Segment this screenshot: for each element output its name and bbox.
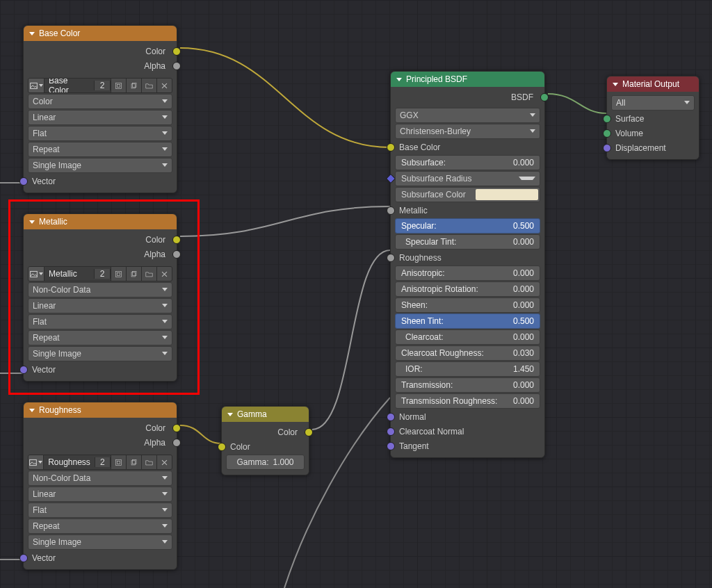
user-count[interactable]: 2 xyxy=(94,81,111,90)
projection-combo[interactable]: Flat xyxy=(28,503,172,518)
sss-method-combo[interactable]: Christensen-Burley xyxy=(395,124,540,139)
subsurface-radius-combo[interactable]: Subsurface Radius xyxy=(395,171,540,186)
image-name[interactable]: Metallic xyxy=(44,269,94,279)
specular-value[interactable]: Specular: 0.500 xyxy=(395,218,540,234)
collapse-triangle-icon[interactable] xyxy=(227,413,233,416)
gamma-value[interactable]: 1.000 xyxy=(273,457,293,467)
socket-color[interactable] xyxy=(172,424,181,432)
socket-metallic[interactable] xyxy=(387,206,395,215)
node-header[interactable]: Roughness xyxy=(24,402,177,418)
subsurface-color-swatch[interactable]: Subsurface Color xyxy=(395,187,540,202)
extension-combo[interactable]: Repeat xyxy=(28,330,172,345)
socket-vector[interactable] xyxy=(19,366,28,374)
socket-vector[interactable] xyxy=(19,554,28,562)
fake-user-F-icon[interactable] xyxy=(111,267,126,281)
interpolation-combo[interactable]: Linear xyxy=(28,298,172,313)
node-gamma[interactable]: Gamma Color Color Gamma: 1.000 xyxy=(221,406,309,475)
open-image-folder-icon[interactable] xyxy=(141,267,156,281)
user-count[interactable]: 2 xyxy=(94,269,111,279)
extension-combo[interactable]: Repeat xyxy=(28,518,172,534)
socket-clearcoat-normal[interactable] xyxy=(387,427,395,436)
node-header[interactable]: Metallic xyxy=(24,214,177,229)
sheen-tint-value[interactable]: Sheen Tint: 0.500 xyxy=(395,313,540,329)
collapse-triangle-icon[interactable] xyxy=(396,78,402,81)
collapse-triangle-icon[interactable] xyxy=(29,220,35,224)
transmission-value[interactable]: Transmission: 0.000 xyxy=(395,377,540,393)
specular-tint-value[interactable]: Specular Tint: 0.000 xyxy=(395,234,540,250)
collapse-triangle-icon[interactable] xyxy=(29,32,35,35)
unlink-x-icon[interactable] xyxy=(156,267,172,281)
output-target-combo[interactable]: All xyxy=(611,95,695,111)
socket-color[interactable] xyxy=(172,47,181,56)
image-name[interactable]: Roughness xyxy=(44,457,95,467)
socket-normal[interactable] xyxy=(387,413,395,421)
socket-alpha[interactable] xyxy=(172,62,181,70)
output-color: Color xyxy=(222,425,309,439)
collapse-triangle-icon[interactable] xyxy=(613,83,618,86)
source-combo[interactable]: Single Image xyxy=(28,346,172,361)
node-header[interactable]: Gamma xyxy=(222,407,309,422)
sheen-value[interactable]: Sheen: 0.000 xyxy=(395,297,540,313)
socket-alpha[interactable] xyxy=(172,439,181,447)
color-space-combo[interactable]: Non-Color Data xyxy=(28,471,172,486)
color-space-combo[interactable]: Non-Color Data xyxy=(28,282,172,297)
image-datablock-selector[interactable]: Metallic 2 xyxy=(28,266,172,281)
input-color: Color xyxy=(222,439,309,454)
input-tangent: Tangent xyxy=(391,439,544,453)
open-image-folder-icon[interactable] xyxy=(141,79,156,92)
image-icon[interactable] xyxy=(29,455,44,469)
node-header[interactable]: Base Color xyxy=(24,26,177,41)
clearcoat-roughness-value[interactable]: Clearcoat Roughness: 0.030 xyxy=(395,345,540,361)
source-combo[interactable]: Single Image xyxy=(28,158,172,173)
node-material-output[interactable]: Material Output All Surface Volume Displ… xyxy=(606,76,699,160)
open-image-folder-icon[interactable] xyxy=(141,455,156,469)
socket-alpha[interactable] xyxy=(172,250,181,259)
collapse-triangle-icon[interactable] xyxy=(29,409,35,412)
socket-displacement[interactable] xyxy=(603,144,611,152)
clearcoat-value[interactable]: Clearcoat: 0.000 xyxy=(395,329,540,345)
node-header[interactable]: Material Output xyxy=(607,76,699,92)
projection-combo[interactable]: Flat xyxy=(28,314,172,329)
socket-color[interactable] xyxy=(305,428,313,436)
unlink-x-icon[interactable] xyxy=(156,79,172,92)
image-icon[interactable] xyxy=(29,267,44,281)
input-volume: Volume xyxy=(607,126,699,140)
socket-roughness[interactable] xyxy=(387,254,395,262)
transmission-roughness-value[interactable]: Transmission Roughness: 0.000 xyxy=(395,393,540,409)
socket-color[interactable] xyxy=(218,443,226,451)
unlink-x-icon[interactable] xyxy=(156,455,172,469)
image-datablock-selector[interactable]: Roughness 2 xyxy=(28,455,172,470)
image-icon[interactable] xyxy=(29,79,44,92)
node-principled-bsdf[interactable]: Principled BSDF BSDF GGX Christensen-Bur… xyxy=(390,71,545,458)
new-image-plus-icon[interactable] xyxy=(126,79,141,92)
subsurface-value[interactable]: Subsurface: 0.000 xyxy=(395,155,540,170)
node-base-color[interactable]: Base Color Color Alpha Base Color 2 xyxy=(23,25,177,193)
socket-vector[interactable] xyxy=(19,177,28,186)
interpolation-combo[interactable]: Linear xyxy=(28,110,172,125)
user-count[interactable]: 2 xyxy=(95,457,111,467)
socket-color[interactable] xyxy=(172,236,181,244)
source-combo[interactable]: Single Image xyxy=(28,534,172,550)
image-name[interactable]: Base Color xyxy=(44,78,94,93)
socket-volume[interactable] xyxy=(603,129,611,138)
interpolation-combo[interactable]: Linear xyxy=(28,487,172,502)
fake-user-F-icon[interactable] xyxy=(111,455,126,469)
socket-tangent[interactable] xyxy=(387,442,395,450)
projection-combo[interactable]: Flat xyxy=(28,126,172,141)
node-roughness[interactable]: Roughness Color Alpha Roughness 2 N xyxy=(23,402,177,570)
socket-surface[interactable] xyxy=(603,115,611,123)
socket-base-color[interactable] xyxy=(387,143,395,152)
node-header[interactable]: Principled BSDF xyxy=(391,72,544,87)
fake-user-F-icon[interactable] xyxy=(111,79,126,92)
new-image-plus-icon[interactable] xyxy=(126,455,141,469)
image-datablock-selector[interactable]: Base Color 2 xyxy=(28,78,172,93)
extension-combo[interactable]: Repeat xyxy=(28,142,172,157)
distribution-combo[interactable]: GGX xyxy=(395,108,540,123)
node-metallic[interactable]: Metallic Color Alpha Metallic 2 Non xyxy=(23,213,177,382)
ior-value[interactable]: IOR: 1.450 xyxy=(395,361,540,377)
anisotropic-value[interactable]: Anisotropic: 0.000 xyxy=(395,266,540,281)
anisotropic-rotation-value[interactable]: Anisotropic Rotation: 0.000 xyxy=(395,281,540,297)
socket-bsdf[interactable] xyxy=(540,93,549,101)
new-image-plus-icon[interactable] xyxy=(126,267,141,281)
color-space-combo[interactable]: Color xyxy=(28,94,172,109)
